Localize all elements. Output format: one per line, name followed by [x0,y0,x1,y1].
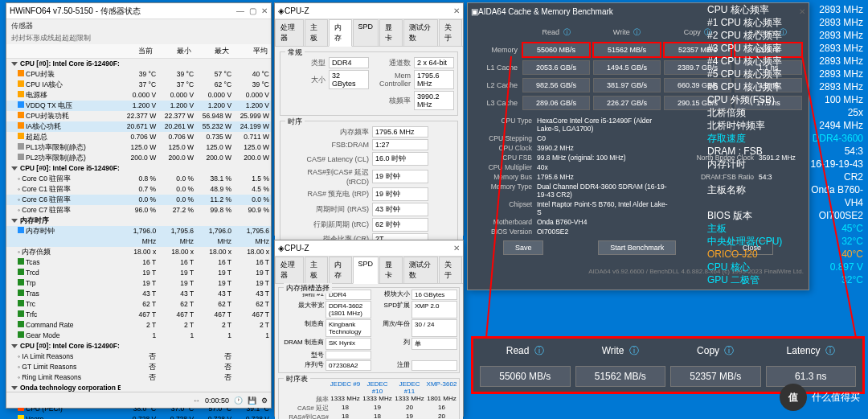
osd-row: GPU 二极管32°C [707,273,863,286]
disk-icon[interactable]: 💾 [248,396,256,405]
osd-row: #4 CPU 核心频率2893 MHz [707,55,863,68]
aida-col-Read: Read ⓘ [522,26,590,39]
aida-col-Write: Write ⓘ [593,26,661,39]
cpuz-mem-titlebar[interactable]: ◈CPU-Z✕ [275,3,463,19]
info-icon: ⓘ [629,345,639,356]
tab-测试分数[interactable]: 测试分数 [403,257,438,283]
tab-测试分数[interactable]: 测试分数 [403,19,438,46]
start-benchmark-button[interactable]: Start Benchmark [598,240,676,255]
aida-cell: 381.97 GB/s [593,78,661,92]
tab-内存[interactable]: 内存 [329,257,352,283]
cpuz-icon: ◈ [278,244,285,253]
tab-处理器[interactable]: 处理器 [275,257,304,283]
hwinfo-statusbar: ↔ 0:00:50 🕐 💾 ⚙ [6,392,271,408]
hwinfo-row[interactable]: Command Rate2 T2 T2 T2 T [6,320,271,331]
close-icon[interactable]: ✕ [453,6,460,15]
osd-row: 北桥倍频25x [707,106,863,119]
hwinfo-group[interactable]: 内存时序 [6,216,271,226]
cpuz-mem-window: ◈CPU-Z✕ 处理器主板内存SPD显卡测试分数关于 常规 类型DDR4通道数2… [274,2,464,236]
hwinfo-titlebar[interactable]: HWiNFO64 v7.50-5150 - 传感器状态 —▢✕ [6,3,271,19]
hwinfo-row[interactable]: CPU封装39 °C39 °C57 °C40 °C [6,69,271,80]
tab-内存[interactable]: 内存 [329,19,352,47]
tab-关于[interactable]: 关于 [439,257,462,283]
tab-SPD[interactable]: SPD [353,19,379,46]
callout-hdr: Read ⓘ [480,344,571,358]
callout-value: 51562 MB/s [575,366,666,387]
hwinfo-title: HWiNFO64 v7.50-5150 - 传感器状态 [10,6,236,17]
watermark: 值 什么值得买 [780,384,860,411]
osd-row: CPU 核心频率2893 MHz [707,3,863,16]
callout-hdr: Write ⓘ [575,344,666,358]
hwinfo-row[interactable]: IA核心功耗20.671 W20.261 W55.232 W24.199 W [6,121,271,132]
cpuz-mem-tabs: 处理器主板内存SPD显卡测试分数关于 [275,19,463,47]
hwinfo-row[interactable]: Trc62 T62 T62 T62 T [6,299,271,310]
osd-row: 存取速度DDR4-3600 [707,132,863,145]
hwinfo-body[interactable]: CPU [#0]: Intel Core i5-12490F: Enh...CP… [6,59,271,419]
gear-icon[interactable]: ⚙ [261,396,268,405]
hwinfo-row[interactable]: PL2功率限制(静态)200.0 W200.0 W200.0 W200.0 W [6,153,271,163]
info-icon[interactable]: ⓘ [563,28,571,36]
cpuz-spd-tabs: 处理器主板内存SPD显卡测试分数关于 [275,257,463,284]
hwinfo-row[interactable]: CPU IA核心37 °C37 °C62 °C39 °C [6,80,271,90]
hwinfo-group[interactable]: CPU [#0]: Intel Core i5-12490F: Enh... [6,59,271,69]
tab-显卡[interactable]: 显卡 [379,19,403,46]
hwinfo-row[interactable]: Trcd19 T19 T19 T19 T [6,268,271,278]
hwinfo-row[interactable]: CPU封装功耗22.377 W22.377 W56.948 W25.999 W [6,111,271,121]
tab-显卡[interactable]: 显卡 [379,257,403,283]
hwinfo-row[interactable]: ◦ 内存倍频18.00 x18.00 x18.00 x18.00 x [6,247,271,257]
aida-cell: 55060 MB/s [522,43,590,57]
clock-icon: 🕐 [234,396,243,405]
close-icon[interactable]: ✕ [261,6,268,15]
callout-value: 52357 MB/s [670,366,761,387]
hwinfo-row[interactable]: PL1功率限制(静态)125.0 W125.0 W125.0 W125.0 W [6,142,271,153]
hwinfo-row[interactable]: ◦ Core C6 驻留率0.0 %0.0 %11.2 %0.0 % [6,195,271,205]
maximize-icon[interactable]: ▢ [249,6,256,15]
hwinfo-elapsed: 0:00:50 [205,396,229,405]
save-button[interactable]: Save [503,240,544,255]
hwinfo-row[interactable]: ◦ GT Limit Reasons否否 [6,362,271,372]
osd-row: ORICO-J2040°C [707,248,863,261]
hwinfo-window: HWiNFO64 v7.50-5150 - 传感器状态 —▢✕ 传感器 封封坏形… [6,2,272,409]
tab-主板[interactable]: 主板 [305,19,328,46]
hwinfo-row[interactable]: Trfc467 T467 T467 T467 T [6,310,271,320]
aida-cell: 1494.5 GB/s [593,60,661,75]
aida-cell: 226.27 GB/s [593,96,661,110]
hwinfo-row[interactable]: Vcore0.728 V0.728 V0.728 V0.728 V [6,414,271,419]
cpuz-spd-titlebar[interactable]: ◈CPU-Z✕ [275,240,463,257]
close-icon[interactable]: ✕ [453,244,460,253]
aida-cell: 289.06 GB/s [522,96,590,110]
aida-row-label: Memory [474,43,519,57]
hwinfo-row[interactable]: 电源移0.000 V0.000 V0.000 V0.000 V [6,90,271,101]
callout-hdr: Latency ⓘ [766,344,857,358]
minimize-icon[interactable]: — [236,6,244,15]
hwinfo-row[interactable]: ◦ Core C1 驻留率0.7 %0.0 %48.9 %4.5 % [6,184,271,195]
osd-row: #1 CPU 核心频率2893 MHz [707,16,863,29]
tab-处理器[interactable]: 处理器 [275,19,304,46]
hwinfo-row[interactable]: ◦ Core C0 驻留率0.8 %0.0 %38.1 %1.5 % [6,174,271,184]
hwinfo-row[interactable]: ◦ Ring Limit Reasons否否 [6,372,271,383]
hwinfo-group[interactable]: CPU [#0]: Intel Core i5-12490F: ... [6,341,271,351]
hwinfo-row[interactable]: ◦ Core C7 驻留率96.0 %27.2 %99.8 %90.9 % [6,205,271,216]
hwinfo-row[interactable]: VDDQ TX 电压1.200 V1.200 V1.200 V1.200 V [6,101,271,111]
tab-关于[interactable]: 关于 [439,19,462,46]
mem-size: 32 GBytes [329,70,369,89]
aida-cell: 982.56 GB/s [522,78,590,92]
tab-主板[interactable]: 主板 [305,257,328,283]
hwinfo-row[interactable]: 内存时钟1,796.0 MHz1,795.6 MHz1,796.0 MHz1,7… [6,226,271,247]
callout-value: 55060 MB/s [480,366,571,387]
cpuz-spd-content: 内存插槽选择 插槽 #1DDR4模块大小16 GBytes 最大带宽DDR4-3… [275,284,463,419]
hwinfo-row[interactable]: ◦ IA Limit Reasons否否 [6,351,271,362]
hwinfo-row[interactable]: Trp19 T19 T19 T19 T [6,278,271,289]
info-icon[interactable]: ⓘ [633,28,641,36]
hwinfo-row[interactable]: Tras43 T43 T43 T43 T [6,289,271,299]
hwinfo-row[interactable]: Gear Mode1111 [6,331,271,341]
info-icon: ⓘ [534,345,544,356]
hwinfo-row[interactable]: Tcas16 T16 T16 T16 T [6,257,271,268]
tab-SPD[interactable]: SPD [353,257,379,284]
hwinfo-menu[interactable]: 传感器 [6,19,271,33]
hwinfo-group[interactable]: CPU [#0]: Intel Core i5-12490F: C-St... [6,163,271,174]
hwinfo-row[interactable]: 超超总0.706 W0.706 W0.735 W0.711 W [6,132,271,142]
osd-row: 主板45°C [707,222,863,235]
aida-row-label: L2 Cache [474,78,519,92]
osd-row: CPU 外频(FSB)100 MHz [707,93,863,106]
